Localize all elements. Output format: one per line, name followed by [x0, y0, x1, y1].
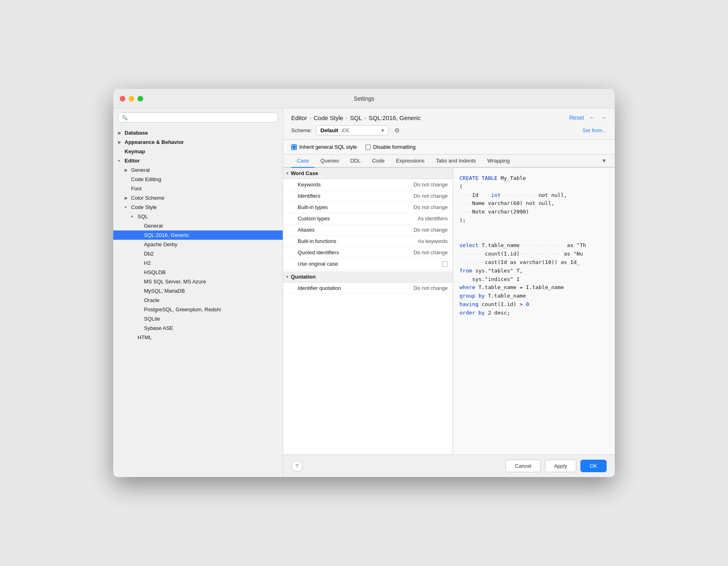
scheme-select[interactable]: Default IDE ▾ — [316, 125, 389, 135]
setting-name: Built-in types — [298, 204, 399, 210]
setting-name: Aliases — [298, 227, 399, 233]
chevron-icon: ▾ — [125, 205, 131, 209]
setting-name: Identifier quotation — [298, 285, 399, 291]
tab-ddl[interactable]: DDL — [345, 154, 366, 168]
tab-wrapping[interactable]: Wrapping — [482, 154, 515, 168]
sidebar-item-color-scheme[interactable]: ▶Color Scheme — [113, 193, 283, 203]
sidebar-item-database[interactable]: ▶Database — [113, 128, 283, 137]
sidebar-tree: ▶Database▶Appearance & BehaviorKeymap▾Ed… — [113, 127, 283, 477]
sidebar-item-sybase-ase[interactable]: Sybase ASE — [113, 323, 283, 333]
setting-row-built-in-types: Built-in typesDo not change — [283, 202, 453, 213]
search-input[interactable] — [130, 114, 274, 120]
quotation-section-header[interactable]: ▾ Quotation — [283, 271, 453, 283]
cancel-button[interactable]: Cancel — [506, 460, 540, 472]
sidebar-item-mysql-mariadb[interactable]: MySQL, MariaDB — [113, 286, 283, 296]
sidebar-item-db2[interactable]: Db2 — [113, 249, 283, 258]
window-title: Settings — [354, 95, 375, 102]
setting-value: Do not change — [399, 182, 448, 188]
breadcrumb-sep-3: › — [364, 115, 366, 121]
code-line-11: from sys."tables" T, — [459, 267, 608, 275]
setting-row-custom-types: Custom typesAs identifiers — [283, 213, 453, 224]
minimize-button[interactable] — [129, 96, 134, 101]
sidebar-item-oracle[interactable]: Oracle — [113, 296, 283, 305]
nav-forward-button[interactable]: → — [600, 114, 607, 121]
inherit-checkbox[interactable] — [291, 144, 297, 150]
traffic-lights — [120, 96, 143, 101]
word-case-rows: KeywordsDo not changeIdentifiersDo not c… — [283, 179, 453, 270]
sidebar-item-general[interactable]: ▶General — [113, 165, 283, 175]
sidebar-item-editor[interactable]: ▾Editor — [113, 156, 283, 165]
sidebar-item-postgresql[interactable]: PostgreSQL, Greenplum, Redshi — [113, 305, 283, 314]
sidebar-item-font[interactable]: Font — [113, 184, 283, 193]
setting-value: As identifiers — [399, 215, 448, 222]
code-line-14: group by T.table_name — [459, 292, 608, 300]
sidebar-item-label-html: HTML — [138, 334, 278, 340]
disable-checkbox[interactable] — [365, 144, 371, 150]
scheme-dropdown-icon: ▾ — [381, 127, 384, 133]
breadcrumb: Editor › Code Style › SQL › SQL:2016, Ge… — [291, 114, 607, 121]
code-line-4: ····Note varchar(2000) — [459, 208, 608, 216]
search-box[interactable]: 🔍 — [118, 112, 278, 122]
code-line-16: order by 2 desc; — [459, 309, 608, 317]
code-line-1: ( — [459, 183, 608, 191]
use-original-case-checkbox[interactable] — [442, 261, 448, 267]
sidebar-item-h2[interactable]: H2 — [113, 258, 283, 268]
scheme-gear-icon[interactable]: ⚙ — [394, 127, 400, 134]
close-button[interactable] — [120, 96, 125, 101]
sidebar-item-sql[interactable]: ▾SQL — [113, 212, 283, 221]
tab-queries[interactable]: Queries — [315, 154, 345, 168]
quotation-title: Quotation — [291, 274, 315, 280]
sidebar-item-label-code-editing: Code Editing — [131, 176, 278, 182]
ok-button[interactable]: OK — [580, 460, 607, 472]
tab-tabs-and-indents[interactable]: Tabs and Indents — [430, 154, 482, 168]
code-line-9: ········count(I.id)············· as "Nu — [459, 250, 608, 258]
inherit-checkbox-item[interactable]: Inherit general SQL style — [291, 144, 357, 150]
scheme-sub: IDE — [341, 128, 349, 133]
sidebar-item-label-sqlite: SQLite — [144, 316, 278, 322]
setting-row-quoted-identifiers: Quoted identifiersDo not change — [283, 247, 453, 258]
disable-checkbox-item[interactable]: Disable formatting — [365, 144, 416, 150]
sidebar-item-code-editing[interactable]: Code Editing — [113, 175, 283, 184]
apply-button[interactable]: Apply — [545, 460, 577, 472]
chevron-icon: ▶ — [118, 131, 125, 135]
sidebar-item-sqlite[interactable]: SQLite — [113, 314, 283, 323]
split-panel: ▾ Word Case KeywordsDo not changeIdentif… — [283, 168, 615, 454]
sidebar-item-keymap[interactable]: Keymap — [113, 147, 283, 156]
word-case-section-header[interactable]: ▾ Word Case — [283, 168, 453, 179]
sidebar-item-apache-derby[interactable]: Apache Derby — [113, 240, 283, 249]
sidebar-item-sql-2016-generic[interactable]: SQL:2016, Generic — [113, 230, 283, 240]
tab-case[interactable]: Case — [291, 154, 315, 168]
reset-button[interactable]: Reset — [569, 114, 584, 121]
sidebar-item-hsqldb[interactable]: HSQLDB — [113, 268, 283, 277]
settings-panel: ▾ Word Case KeywordsDo not changeIdentif… — [283, 168, 453, 454]
sidebar-item-sql-general[interactable]: General — [113, 221, 283, 230]
setting-name: Quoted identifiers — [298, 249, 399, 256]
setting-name: Built-in functions — [298, 238, 399, 244]
code-line-0: CREATE TABLE My_Table — [459, 174, 608, 183]
tab-expressions[interactable]: Expressions — [390, 154, 430, 168]
tab-more-icon[interactable]: ▼ — [601, 158, 607, 164]
tab-code[interactable]: Code — [366, 154, 390, 168]
code-line-7 — [459, 233, 608, 242]
sidebar-item-appearance-behavior[interactable]: ▶Appearance & Behavior — [113, 137, 283, 147]
sidebar-item-html[interactable]: HTML — [113, 333, 283, 342]
code-line-5: ); — [459, 216, 608, 225]
code-line-6 — [459, 225, 608, 233]
code-line-2: ····Id int············not null, — [459, 191, 608, 200]
sidebar: 🔍 ▶Database▶Appearance & BehaviorKeymap▾… — [113, 108, 283, 477]
nav-back-button[interactable]: ← — [589, 114, 595, 121]
help-button[interactable]: ? — [291, 460, 303, 472]
sidebar-item-label-code-style: Code Style — [131, 204, 278, 210]
set-from-button[interactable]: Set from... — [582, 127, 607, 133]
sidebar-item-ms-sql-server[interactable]: MS SQL Server, MS Azure — [113, 277, 283, 286]
breadcrumb-sep-1: › — [309, 115, 311, 121]
setting-value: Do not change — [399, 204, 448, 210]
sidebar-item-code-style[interactable]: ▾Code Style — [113, 203, 283, 212]
word-case-chevron-icon: ▾ — [286, 171, 288, 175]
maximize-button[interactable] — [138, 96, 143, 101]
sidebar-item-label-ms-sql-server: MS SQL Server, MS Azure — [144, 279, 278, 285]
titlebar: Settings — [113, 89, 615, 108]
sidebar-item-label-sql: SQL — [138, 213, 278, 220]
sidebar-item-label-mysql-mariadb: MySQL, MariaDB — [144, 288, 278, 294]
code-content: CREATE TABLE My_Table(····Id int········… — [459, 174, 608, 317]
